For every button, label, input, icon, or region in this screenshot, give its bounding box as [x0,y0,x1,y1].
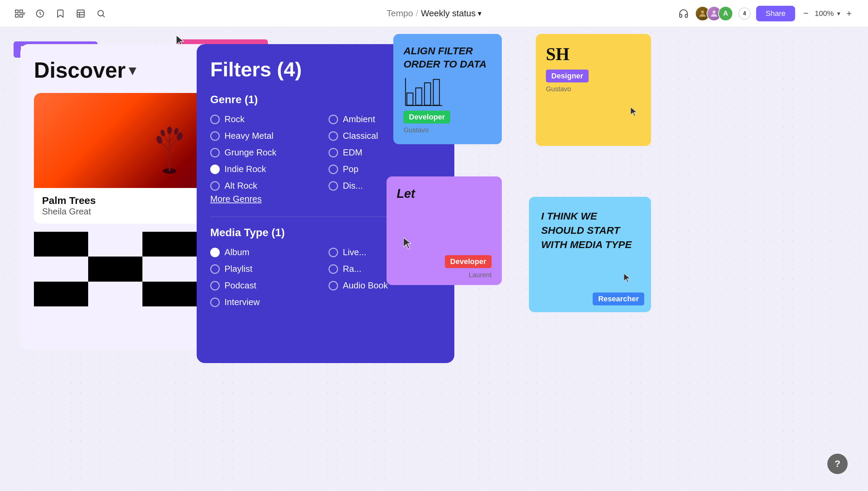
svg-marker-38 [631,107,637,116]
radio-indie-rock[interactable] [210,165,220,174]
svg-point-9 [98,10,103,16]
svg-point-11 [701,10,704,13]
radio-album[interactable] [210,248,220,257]
genre-grunge-rock[interactable]: Grunge Rock [210,147,322,158]
filters-title: Filters (4) [210,58,302,81]
app-name: Tempo [387,8,413,19]
discover-chevron[interactable]: ▾ [129,62,136,78]
svg-point-12 [712,10,715,13]
media-podcast[interactable]: Podcast [210,280,322,291]
svg-marker-39 [403,238,411,249]
genre-indie-rock[interactable]: Indie Rock [210,164,322,174]
developer-tag-1-container: Developer [403,111,492,124]
cursor-purple [403,238,412,251]
radio-playlist[interactable] [210,264,220,274]
bookmark-icon[interactable] [54,7,66,20]
media-playlist[interactable]: Playlist [210,264,322,274]
svg-rect-5 [77,10,84,17]
table-icon[interactable] [75,7,87,20]
svg-rect-33 [416,88,422,105]
radio-edm[interactable] [329,148,338,157]
designer-tag-container: Designer [546,70,641,82]
genre-heavy-metal[interactable]: Heavy Metal [210,131,322,141]
notification-badge[interactable]: 4 [738,7,751,20]
toolbar-left: ▾ [14,7,107,20]
avatar-group: A [695,6,733,21]
radio-ra[interactable] [329,264,338,274]
radio-audiobook[interactable] [329,281,338,290]
breadcrumb: Tempo / Weekly status ▾ [387,8,481,19]
let-sticky: Let Developer Laurent [387,176,502,285]
radio-live[interactable] [329,248,338,257]
media-type-sticky: I THINK WE SHOULD START WITH MEDIA TYPE … [529,197,651,312]
zoom-level: 100% [815,9,834,18]
media-album[interactable]: Album [210,247,322,258]
laurent-name: Laurent [469,271,492,279]
researcher-tag-container: Researcher [593,292,644,305]
svg-rect-0 [15,10,18,13]
align-filter-text: ALIGN FILTER ORDER TO DATA [403,44,492,71]
developer-tag-2[interactable]: Developer [445,255,492,268]
align-filter-sticky: ALIGN FILTER ORDER TO DATA Developer Gus… [393,34,502,144]
breadcrumb-separator: / [416,8,418,19]
radio-dis[interactable] [329,181,338,191]
let-text: Let [397,187,492,201]
bar-chart-svg [403,76,444,107]
share-button[interactable]: Share [756,6,795,21]
genre-rock[interactable]: Rock [210,114,322,125]
help-button[interactable]: ? [827,454,848,474]
sh-sticky: SH Designer Gustavo [536,34,651,146]
svg-line-10 [103,15,104,17]
media-interview[interactable]: Interview [210,297,322,307]
grid-dropdown-icon[interactable]: ▾ [22,10,25,17]
page-title-chevron[interactable]: ▾ [478,9,481,18]
gustavo-name-2: Gustavo [546,85,641,93]
avatar-user3[interactable]: A [718,6,733,21]
developer-tag-2-container: Developer [445,255,492,268]
radio-podcast[interactable] [210,281,220,290]
genre-alt-rock[interactable]: Alt Rock [210,181,322,191]
discover-title: Discover ▾ [34,58,136,83]
radio-rock[interactable] [210,115,220,124]
svg-rect-2 [15,14,18,17]
cursor-lightblue [624,273,631,285]
genre-pop[interactable]: Pop [329,164,441,174]
radio-alt-rock[interactable] [210,181,220,191]
bar-chart-sketch [403,76,492,107]
radio-ambient[interactable] [329,115,338,124]
search-icon[interactable] [95,7,107,20]
zoom-in-button[interactable]: + [844,8,854,19]
grid-icon[interactable]: ▾ [14,7,26,20]
zoom-chevron[interactable]: ▾ [837,10,840,17]
genre-edm[interactable]: EDM [329,147,441,158]
media-type-text: I THINK WE SHOULD START WITH MEDIA TYPE [541,209,639,252]
gustavo-name-1: Gustavo [403,126,492,134]
zoom-controls: − 100% ▾ + [801,8,854,19]
svg-point-29 [160,129,166,137]
designer-tag[interactable]: Designer [546,70,589,82]
developer-tag-1[interactable]: Developer [403,111,450,124]
svg-rect-35 [433,79,439,105]
svg-rect-34 [425,83,431,105]
toolbar: ▾ Tempo / Weekly status [0,0,868,27]
svg-point-31 [167,127,172,134]
album-art [149,107,190,174]
radio-heavy-metal[interactable] [210,131,220,141]
cursor-yellow [631,107,637,119]
radio-classical[interactable] [329,131,338,141]
svg-marker-40 [624,273,630,282]
zoom-out-button[interactable]: − [801,8,811,19]
page-title[interactable]: Weekly status ▾ [421,8,481,19]
toolbar-right: A 4 Share − 100% ▾ + [677,6,854,21]
svg-rect-32 [407,93,413,105]
radio-pop[interactable] [329,165,338,174]
sh-text: SH [546,44,641,64]
researcher-tag[interactable]: Researcher [593,292,644,305]
canvas: Design updates Product manager Producer … [0,27,868,491]
radio-interview[interactable] [210,298,220,307]
headset-icon[interactable] [677,7,690,20]
radio-grunge-rock[interactable] [210,148,220,157]
clock-icon[interactable] [34,7,46,20]
